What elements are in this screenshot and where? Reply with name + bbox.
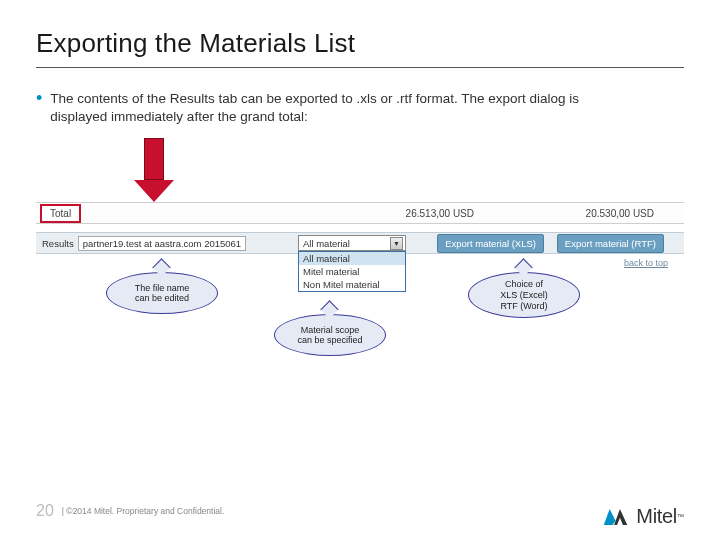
dropdown-selected[interactable]: All material ▼ bbox=[298, 235, 406, 251]
total-amount-2: 20.530,00 USD bbox=[586, 208, 654, 219]
dropdown-list: All material Mitel material Non Mitel ma… bbox=[298, 251, 406, 292]
dropdown-option[interactable]: Non Mitel material bbox=[299, 278, 405, 291]
back-to-top-link[interactable]: back to top bbox=[624, 258, 668, 268]
slide: Exporting the Materials List • The conte… bbox=[0, 0, 720, 540]
dropdown-option[interactable]: Mitel material bbox=[299, 265, 405, 278]
highlight-arrow-icon bbox=[144, 138, 174, 202]
callout-text: Material scope can be specified bbox=[297, 325, 362, 347]
callout-scope: Material scope can be specified bbox=[274, 314, 386, 356]
callout-text: Choice of XLS (Excel) RTF (Word) bbox=[500, 279, 548, 311]
brand-logo: Mitel ™ bbox=[602, 505, 684, 528]
brand-name: Mitel bbox=[636, 505, 677, 528]
material-scope-dropdown[interactable]: All material ▼ All material Mitel materi… bbox=[298, 235, 406, 251]
filename-input[interactable]: partner19.test at aastra.com 2015061 bbox=[78, 236, 246, 251]
trademark-icon: ™ bbox=[677, 513, 684, 520]
page-number: 20 bbox=[36, 502, 54, 520]
results-label: Results bbox=[42, 238, 74, 249]
screenshot-mock: Total 26.513,00 USD 20.530,00 USD Result… bbox=[36, 154, 684, 344]
export-xls-button[interactable]: Export material (XLS) bbox=[437, 234, 544, 253]
bullet-list: • The contents of the Results tab can be… bbox=[36, 90, 684, 126]
export-rtf-button[interactable]: Export material (RTF) bbox=[557, 234, 664, 253]
total-amount-1: 26.513,00 USD bbox=[406, 208, 474, 219]
callout-filename: The file name can be edited bbox=[106, 272, 218, 314]
copyright-text: | ©2014 Mitel. Proprietary and Confident… bbox=[62, 506, 225, 516]
callout-format: Choice of XLS (Excel) RTF (Word) bbox=[468, 272, 580, 318]
total-label: Total bbox=[40, 204, 81, 223]
bullet-dot-icon: • bbox=[36, 89, 42, 107]
mitel-logo-icon bbox=[602, 506, 632, 528]
chevron-down-icon[interactable]: ▼ bbox=[390, 237, 403, 250]
callout-text: The file name can be edited bbox=[135, 283, 190, 305]
dropdown-option[interactable]: All material bbox=[299, 252, 405, 265]
bullet-text: The contents of the Results tab can be e… bbox=[50, 90, 630, 126]
dropdown-value: All material bbox=[303, 238, 350, 249]
slide-title: Exporting the Materials List bbox=[36, 28, 684, 68]
bullet-item: • The contents of the Results tab can be… bbox=[36, 90, 684, 126]
export-row: Results partner19.test at aastra.com 201… bbox=[36, 232, 684, 254]
totals-row: Total 26.513,00 USD 20.530,00 USD bbox=[36, 202, 684, 224]
